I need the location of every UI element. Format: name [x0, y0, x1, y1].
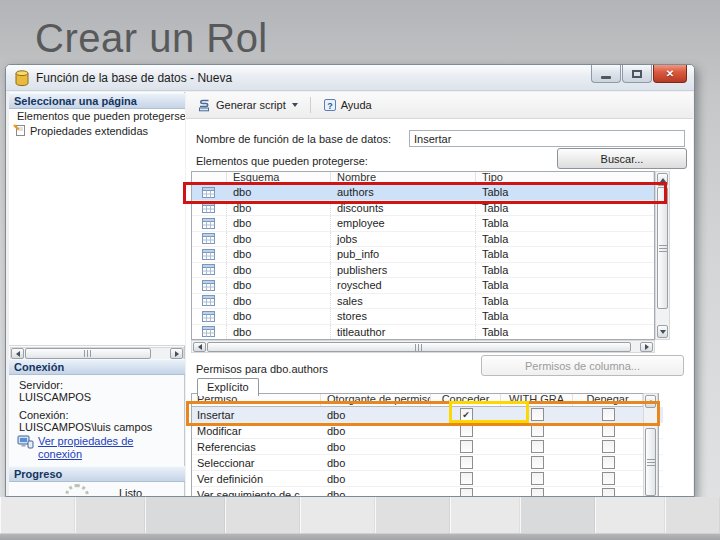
permission-row[interactable]: Seleccionardbo [191, 455, 663, 471]
connection-properties-link[interactable]: Ver propiedades de conexión [38, 435, 142, 461]
deny-cell [573, 472, 643, 485]
securable-schema: dbo [227, 201, 331, 216]
column-header-esquema: Esquema [227, 171, 331, 184]
grant-checkbox-checked[interactable] [460, 408, 473, 421]
securable-schema: dbo [227, 216, 331, 231]
with-grant-checkbox[interactable] [531, 488, 544, 497]
sidebar-item-extended-properties[interactable]: Propiedades extendidas [9, 123, 185, 138]
with-grant-checkbox[interactable] [531, 408, 544, 421]
permission-row[interactable]: Referenciasdbo [191, 439, 663, 455]
connection-value: LUISCAMPOS\luis campos [19, 421, 152, 433]
with-grant-checkbox[interactable] [531, 440, 544, 453]
permission-row[interactable]: Ver definicióndbo [191, 471, 663, 487]
scroll-down-icon [660, 330, 666, 334]
grant-cell [431, 456, 501, 469]
securable-schema: dbo [227, 309, 331, 324]
permissions-label: Permisos para dbo.authors [196, 363, 328, 375]
securable-row[interactable]: dbodiscountsTabla [191, 201, 669, 217]
permission-grantor: dbo [321, 473, 431, 485]
scroll-left-icon [198, 344, 202, 350]
permission-row[interactable]: Ver seguimiento de cdbo [191, 487, 663, 497]
deny-checkbox[interactable] [602, 456, 615, 469]
grant-checkbox[interactable] [460, 424, 473, 437]
securable-schema: dbo [227, 263, 331, 278]
with-grant-checkbox[interactable] [531, 424, 544, 437]
securables-vertical-scrollbar[interactable] [655, 171, 670, 340]
slide-footer-decoration [0, 497, 720, 540]
permission-name: Insertar [191, 409, 321, 421]
column-header-denegar: Denegar [573, 393, 643, 406]
table-icon-cell [191, 201, 227, 216]
search-button[interactable]: Buscar... [557, 148, 687, 169]
grant-checkbox[interactable] [460, 440, 473, 453]
server-value: LUISCAMPOS [19, 391, 91, 403]
page-selector-list: Seleccionar una página General Elementos… [9, 93, 185, 346]
deny-checkbox[interactable] [602, 472, 615, 485]
footer-tile [595, 497, 665, 533]
deny-checkbox[interactable] [602, 408, 615, 421]
slide-background: Crear un Rol Función de la base de datos… [0, 0, 720, 540]
generate-script-button[interactable]: Generar script [194, 96, 301, 114]
securable-row[interactable]: dbopub_infoTabla [191, 247, 669, 263]
maximize-button[interactable] [622, 65, 652, 83]
securable-type: Tabla [476, 263, 669, 278]
with-grant-checkbox[interactable] [531, 456, 544, 469]
permission-grantor: dbo [321, 409, 431, 421]
table-icon-cell [191, 309, 227, 324]
sidebar-item-label: Elementos que pueden protegerse [17, 110, 185, 122]
page-title: Crear un Rol [35, 16, 268, 61]
dialog-window: Función de la base de datos - Nueva ✕ Se… [5, 64, 695, 497]
securable-row[interactable]: dboauthorsTabla [191, 185, 669, 201]
table-icon-cell [191, 185, 227, 200]
permission-grantor: dbo [321, 489, 431, 498]
securable-row[interactable]: dboroyschedTabla [191, 278, 669, 294]
deny-checkbox[interactable] [602, 424, 615, 437]
securable-name: stores [331, 309, 476, 324]
securable-row[interactable]: dbostoresTabla [191, 309, 669, 325]
securables-horizontal-scrollbar[interactable] [191, 340, 655, 353]
permission-row[interactable]: Modificardbo [191, 423, 663, 439]
securable-schema: dbo [227, 247, 331, 262]
table-icon [202, 249, 215, 260]
scroll-up-icon [660, 178, 666, 182]
permissions-table-header: Permiso Otorgante de permisos Conceder W… [191, 393, 643, 407]
securable-schema: dbo [227, 294, 331, 309]
securable-schema: dbo [227, 185, 331, 200]
generate-script-label: Generar script [216, 99, 286, 111]
securable-row[interactable]: dbopublishersTabla [191, 263, 669, 279]
grant-checkbox[interactable] [460, 456, 473, 469]
securable-name: sales [331, 294, 476, 309]
securable-type: Tabla [476, 232, 669, 247]
help-button[interactable]: ? Ayuda [320, 96, 375, 114]
securable-row[interactable]: dbosalesTabla [191, 294, 669, 310]
table-icon [202, 280, 215, 291]
with-grant-cell [501, 472, 573, 485]
securable-row[interactable]: dbotitleauthorTabla [191, 325, 669, 341]
table-icon-cell [191, 232, 227, 247]
grant-checkbox[interactable] [460, 488, 473, 497]
securable-type: Tabla [476, 185, 669, 200]
column-permissions-button[interactable]: Permisos de columna... [481, 355, 684, 376]
dialog-titlebar[interactable]: Función de la base de datos - Nueva ✕ [6, 65, 694, 91]
permission-row[interactable]: Insertardbo [191, 407, 663, 423]
scrollbar-grip [415, 344, 423, 351]
with-grant-cell [501, 456, 573, 469]
grant-checkbox[interactable] [460, 472, 473, 485]
permissions-vertical-scrollbar[interactable] [643, 393, 658, 497]
securable-row[interactable]: dbojobsTabla [191, 232, 669, 248]
securable-row[interactable]: dboemployeeTabla [191, 216, 669, 232]
tab-explicit[interactable]: Explícito [197, 378, 259, 396]
table-icon [202, 326, 215, 337]
minimize-button[interactable] [591, 65, 621, 83]
with-grant-checkbox[interactable] [531, 472, 544, 485]
toolbar-separator [310, 97, 311, 113]
dialog-title: Función de la base de datos - Nueva [36, 71, 232, 85]
securable-name: titleauthor [331, 325, 476, 340]
deny-checkbox[interactable] [602, 488, 615, 497]
close-button[interactable]: ✕ [653, 65, 687, 83]
scroll-left-icon [16, 351, 20, 357]
securable-schema: dbo [227, 278, 331, 293]
sidebar-item-securables[interactable]: Elementos que pueden protegerse [9, 108, 185, 123]
deny-checkbox[interactable] [602, 440, 615, 453]
role-name-input[interactable] [409, 130, 685, 147]
